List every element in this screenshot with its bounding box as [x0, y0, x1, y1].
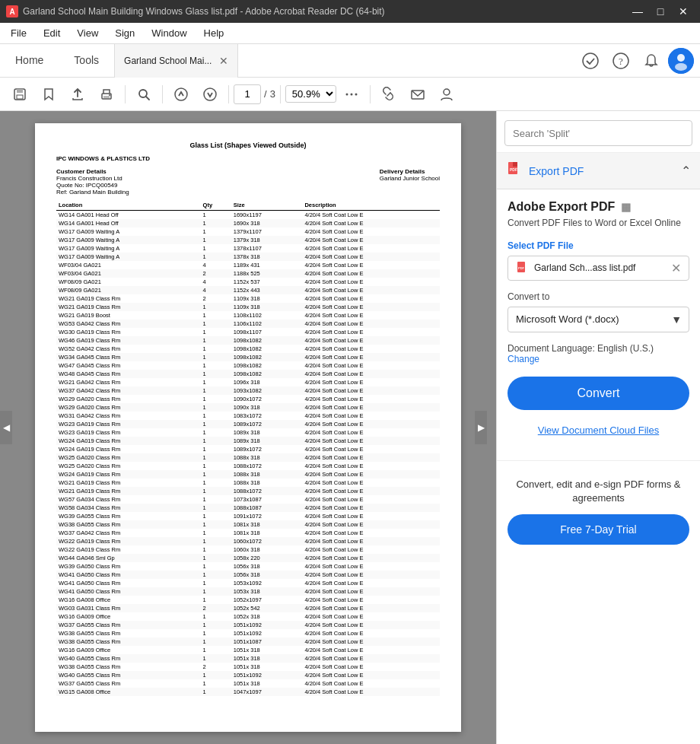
- table-row: WG37 GA055 Class Rm11051x 3184/20/4 Soft…: [56, 679, 440, 688]
- zoom-select[interactable]: 50.9% 25% 50% 75% 100% 150%: [285, 85, 336, 103]
- convert-button[interactable]: Convert: [508, 377, 689, 410]
- table-row: WG37 GA042 Class Rm11093x10824/20/4 Soft…: [56, 386, 440, 395]
- scroll-left-indicator[interactable]: ◀: [0, 411, 12, 444]
- ae-file-remove-button[interactable]: ✕: [671, 261, 681, 275]
- scroll-up-button[interactable]: [167, 81, 195, 107]
- svg-text:PDF: PDF: [518, 266, 525, 270]
- svg-line-13: [146, 97, 149, 100]
- table-row: WF08/09 GA02141152x 4434/20/4 Soft Coat …: [56, 286, 440, 294]
- account-button[interactable]: [433, 81, 460, 107]
- title-bar: A Garland School Main Building Windows G…: [0, 0, 700, 23]
- ae-subtitle: Convert PDF Files to Word or Excel Onlin…: [508, 217, 689, 230]
- svg-text:?: ?: [619, 56, 623, 67]
- table-row: WG38 GA055 Class Rm21051x 3184/20/4 Soft…: [56, 663, 440, 671]
- svg-point-4: [677, 54, 685, 62]
- table-row: WG48 GA045 Class Rm11098x10824/20/4 Soft…: [56, 370, 440, 378]
- svg-point-18: [355, 93, 357, 95]
- menu-window[interactable]: Window: [144, 24, 194, 42]
- menu-help[interactable]: Help: [196, 24, 232, 42]
- svg-rect-10: [103, 96, 110, 98]
- table-row: WG30 GA019 Class Rm11098x11074/20/4 Soft…: [56, 328, 440, 336]
- table-row: WG40 GA055 Class Rm11051x 3184/20/4 Soft…: [56, 654, 440, 663]
- scroll-right-indicator[interactable]: ▶: [475, 411, 487, 444]
- toolbar: / 3 50.9% 25% 50% 75% 100% 150%: [0, 78, 700, 111]
- tab-home[interactable]: Home: [0, 44, 59, 78]
- close-tab-icon[interactable]: ✕: [219, 55, 228, 67]
- table-row: WG44 GA046 Sml Gp11058x 2204/20/4 Soft C…: [56, 554, 440, 562]
- pdf-delivery-details: Delivery Details Garland Junior School: [380, 168, 440, 196]
- tab-tools[interactable]: Tools: [59, 44, 114, 78]
- menu-view[interactable]: View: [69, 24, 106, 42]
- more-options-button[interactable]: [338, 81, 365, 107]
- pdf-page: Glass List (Shapes Viewed Outside) IPC W…: [35, 123, 461, 732]
- table-row: WG41 GA050 Class Rm11053x10924/20/4 Soft…: [56, 579, 440, 587]
- panel-divider: [497, 460, 700, 461]
- table-row: WG25 GA020 Class Rm11088x 3184/20/4 Soft…: [56, 453, 440, 462]
- avatar[interactable]: [668, 48, 694, 74]
- page-input-wrap: / 3: [234, 84, 275, 104]
- table-row: WG37 GA042 Class Rm11081x 3184/20/4 Soft…: [56, 529, 440, 537]
- right-panel: PDF Export PDF ⌃ Adobe Export PDF ▦ Conv…: [496, 111, 700, 744]
- ae-convert-select[interactable]: Microsoft Word (*.docx) Microsoft Excel …: [508, 307, 689, 332]
- link-button[interactable]: [375, 81, 402, 107]
- table-row: WG16 GA009 Office11052x 3184/20/4 Soft C…: [56, 612, 440, 621]
- copy-icon[interactable]: ▦: [621, 201, 631, 213]
- table-row: WG17 GA009 Waiting A11379x 3184/20/4 Sof…: [56, 236, 440, 244]
- close-button[interactable]: ✕: [673, 3, 694, 20]
- export-pdf-title: Export PDF: [529, 165, 681, 177]
- save-button[interactable]: [6, 81, 33, 107]
- pdf-viewer[interactable]: ◀ Glass List (Shapes Viewed Outside) IPC…: [0, 111, 496, 744]
- main-area: ◀ Glass List (Shapes Viewed Outside) IPC…: [0, 111, 700, 744]
- table-row: WG41 GA050 Class Rm11056x 3184/20/4 Soft…: [56, 571, 440, 579]
- table-row: WG41 GA050 Class Rm11053x 3184/20/4 Soft…: [56, 587, 440, 596]
- col-location: Location: [56, 200, 201, 211]
- ae-promo-section: Convert, edit and e-sign PDF forms & agr…: [497, 467, 700, 555]
- table-row: WG31 GA042 Class Rm11083x10724/20/4 Soft…: [56, 412, 440, 420]
- table-row: WG21 GA019 Class Rm11088x10724/20/4 Soft…: [56, 487, 440, 495]
- table-row: WG24 GA019 Class Rm11089x10724/20/4 Soft…: [56, 445, 440, 453]
- nav-bar: Home Tools Garland School Mai... ✕ ?: [0, 44, 700, 78]
- upload-button[interactable]: [64, 81, 91, 107]
- svg-rect-22: [513, 162, 517, 167]
- mail-button[interactable]: [404, 81, 431, 107]
- menu-edit[interactable]: Edit: [36, 24, 68, 42]
- export-pdf-header[interactable]: PDF Export PDF ⌃: [497, 153, 700, 189]
- app-icon: A: [6, 5, 18, 17]
- ae-file-name: Garland Sch...ass list.pdf: [534, 262, 667, 273]
- search-button[interactable]: [130, 81, 158, 107]
- panel-search-input[interactable]: [504, 120, 692, 146]
- tab-file[interactable]: Garland School Mai... ✕: [114, 44, 238, 78]
- table-row: WG24 GA019 Class Rm11089x 3184/20/4 Soft…: [56, 437, 440, 445]
- svg-point-20: [444, 89, 450, 95]
- menu-file[interactable]: File: [3, 24, 34, 42]
- trial-button[interactable]: Free 7-Day Trial: [508, 514, 689, 545]
- menu-sign[interactable]: Sign: [107, 24, 142, 42]
- ae-change-language-link[interactable]: Change: [508, 354, 539, 364]
- pdf-header-row: Customer Details Francis Construction Lt…: [56, 168, 440, 196]
- table-row: WG34 GA045 Class Rm11098x10824/20/4 Soft…: [56, 353, 440, 361]
- table-row: WG24 GA019 Class Rm11088x 3184/20/4 Soft…: [56, 470, 440, 479]
- view-cloud-button[interactable]: View Document Cloud Files: [508, 418, 689, 444]
- help-icon[interactable]: ?: [607, 47, 635, 75]
- pdf-customer-details: Customer Details Francis Construction Lt…: [56, 168, 129, 196]
- bookmark-button[interactable]: [35, 81, 62, 107]
- menu-bar: File Edit View Sign Window Help: [0, 23, 700, 44]
- maximize-button[interactable]: □: [650, 3, 671, 20]
- table-row: WG46 GA019 Class Rm11098x10824/20/4 Soft…: [56, 336, 440, 345]
- scroll-down-button[interactable]: [196, 81, 224, 107]
- table-row: WG57 GA034 Class Rm11073x10874/20/4 Soft…: [56, 495, 440, 504]
- ae-lang-row: Document Language: English (U.S.) Change: [508, 343, 689, 364]
- table-row: WG47 GA045 Class Rm11098x10824/20/4 Soft…: [56, 361, 440, 370]
- page-number-input[interactable]: [234, 84, 261, 104]
- table-row: WG52 GA042 Class Rm11098x10824/20/4 Soft…: [56, 345, 440, 353]
- svg-point-16: [345, 93, 348, 95]
- ae-select-file-label: Select PDF File: [508, 240, 689, 251]
- minimize-button[interactable]: —: [627, 3, 648, 20]
- bell-icon[interactable]: [638, 47, 665, 75]
- table-row: WG39 GA055 Class Rm11091x10724/20/4 Soft…: [56, 512, 440, 520]
- check-circle-icon[interactable]: [577, 47, 604, 75]
- nav-icons: ?: [577, 47, 700, 75]
- col-size: Size: [231, 200, 303, 211]
- print-button[interactable]: [93, 81, 120, 107]
- table-row: WG21 GA019 Class Rm11109x 3184/20/4 Soft…: [56, 303, 440, 311]
